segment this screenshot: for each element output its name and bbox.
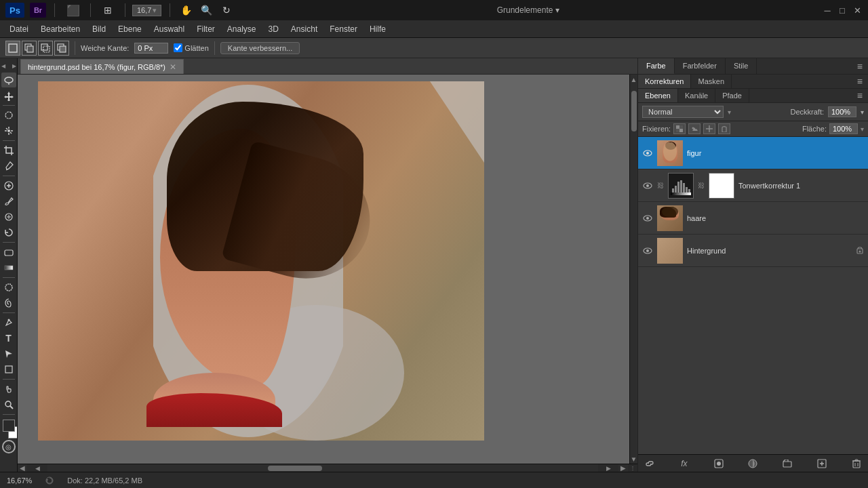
flaeche-input[interactable] xyxy=(829,123,858,134)
delete-layer-btn[interactable] xyxy=(849,457,864,470)
fix-all-btn[interactable] xyxy=(718,123,730,134)
hscroll-nav-right[interactable]: ▶ xyxy=(598,464,618,472)
heal-btn[interactable] xyxy=(1,178,16,193)
eraser-btn[interactable] xyxy=(1,245,16,260)
timeline-btn[interactable]: ⋮ xyxy=(628,464,637,472)
vertical-scrollbar[interactable]: ▲ ▼ xyxy=(629,75,637,464)
magic-wand-btn[interactable] xyxy=(1,123,16,138)
layers-menu-btn[interactable]: ≡ xyxy=(854,89,865,102)
dodge-btn[interactable] xyxy=(1,296,16,310)
crop-btn[interactable] xyxy=(1,143,16,158)
eyedropper-btn[interactable] xyxy=(1,159,16,174)
layer-effects-btn[interactable]: fx xyxy=(677,457,692,470)
text-btn[interactable]: T xyxy=(1,331,16,346)
new-group-btn[interactable] xyxy=(780,457,795,470)
hscroll-left-btn[interactable]: ◀ xyxy=(18,464,27,472)
menu-datei[interactable]: Datei xyxy=(4,22,34,36)
smooth-checkbox[interactable]: Glätten xyxy=(174,43,208,52)
add-mask-btn[interactable] xyxy=(711,457,726,470)
coordinates-display[interactable]: 16,7 ▾ xyxy=(132,5,161,16)
flaeche-arrow[interactable]: ▾ xyxy=(861,125,864,133)
zoom-tool-top[interactable]: 🔍 xyxy=(199,3,214,18)
fix-image-btn[interactable] xyxy=(688,123,701,134)
new-layer-btn[interactable] xyxy=(814,457,829,470)
history-btn[interactable] xyxy=(1,225,16,240)
hscroll-track[interactable] xyxy=(47,464,598,472)
clone-btn[interactable] xyxy=(1,209,16,224)
hscroll-thumb[interactable] xyxy=(268,466,322,471)
menu-ebene[interactable]: Ebene xyxy=(113,22,147,36)
feather-input[interactable] xyxy=(134,43,168,54)
adjustment-layer-btn[interactable] xyxy=(745,457,760,470)
blend-mode-select[interactable]: Normal Multiplizieren Negativ multiplizi… xyxy=(642,106,724,118)
path-selection-btn[interactable] xyxy=(1,346,16,361)
arrange-btn[interactable]: ⊞ xyxy=(98,3,118,18)
fix-transparent-btn[interactable] xyxy=(673,123,686,134)
opacity-input[interactable] xyxy=(828,106,856,117)
minimize-btn[interactable]: ─ xyxy=(822,5,833,16)
screen-mode-btn[interactable]: ⬛ xyxy=(63,3,83,18)
tab-stile[interactable]: Stile xyxy=(726,58,757,74)
tab-pfade[interactable]: Pfade xyxy=(715,89,749,102)
hscroll-right-btn[interactable]: ▶ xyxy=(618,464,628,472)
quick-mask-btn[interactable]: ◎ xyxy=(2,440,16,453)
color-swatches[interactable] xyxy=(3,420,15,432)
blur-btn[interactable] xyxy=(1,280,16,295)
canvas-scroll[interactable] xyxy=(18,75,629,464)
intersect-selection-btn[interactable] xyxy=(54,41,69,56)
bridge-logo[interactable]: Br xyxy=(30,3,46,18)
layer-hintergrund[interactable]: Hintergrund xyxy=(638,235,868,267)
smooth-check[interactable] xyxy=(174,43,182,52)
foreground-color[interactable] xyxy=(3,420,15,432)
opacity-arrow[interactable]: ▾ xyxy=(861,108,864,116)
scroll-track[interactable] xyxy=(630,84,637,454)
blend-dropdown-arrow[interactable]: ▾ xyxy=(728,108,731,116)
layer-figur-visibility[interactable] xyxy=(642,148,653,159)
menu-auswahl[interactable]: Auswahl xyxy=(149,22,190,36)
tab-farbe[interactable]: Farbe xyxy=(638,58,675,74)
zoom-btn[interactable] xyxy=(1,397,16,412)
tab-korrekturen[interactable]: Korrekturen xyxy=(638,75,691,88)
layer-figur[interactable]: figur xyxy=(638,137,868,169)
layer-tonwert-visibility[interactable] xyxy=(642,180,653,191)
polygonal-lasso-btn[interactable] xyxy=(1,108,16,123)
close-btn[interactable]: ✕ xyxy=(852,5,863,16)
add-selection-btn[interactable] xyxy=(22,41,37,56)
lasso-tool-btn[interactable] xyxy=(1,73,16,87)
subtract-selection-btn[interactable] xyxy=(38,41,53,56)
improve-edge-btn[interactable]: Kante verbessern... xyxy=(220,42,300,54)
gradient-btn[interactable] xyxy=(1,260,16,275)
layer-haare-visibility[interactable] xyxy=(642,213,653,224)
hand-btn[interactable] xyxy=(1,382,16,396)
corrections-menu-btn[interactable]: ≡ xyxy=(854,75,865,88)
layer-haare[interactable]: haare xyxy=(638,202,868,235)
tab-masken[interactable]: Masken xyxy=(691,75,732,88)
hscroll-nav-left[interactable]: ◀ xyxy=(27,464,47,472)
scroll-down-btn[interactable]: ▼ xyxy=(630,454,637,464)
shape-btn[interactable] xyxy=(1,362,16,377)
pen-btn[interactable] xyxy=(1,315,16,330)
toolbar-collapse[interactable]: ◀ ▶ xyxy=(1,61,16,70)
link-layers-btn[interactable] xyxy=(642,457,657,470)
menu-3d[interactable]: 3D xyxy=(263,22,284,36)
workspace-selector[interactable]: Grundelemente ▾ xyxy=(234,5,822,15)
tab-kanaele[interactable]: Kanäle xyxy=(678,89,715,102)
menu-hilfe[interactable]: Hilfe xyxy=(364,22,391,36)
brush-btn[interactable] xyxy=(1,194,16,209)
horizontal-scrollbar[interactable]: ◀ ◀ ▶ ▶ ⋮ xyxy=(18,464,637,472)
scroll-thumb[interactable] xyxy=(631,91,637,131)
canvas-tab-main[interactable]: hintergrund.psd bei 16,7% (figur, RGB/8*… xyxy=(20,59,184,74)
menu-bild[interactable]: Bild xyxy=(87,22,111,36)
menu-bearbeiten[interactable]: Bearbeiten xyxy=(35,22,85,36)
menu-analyse[interactable]: Analyse xyxy=(222,22,262,36)
menu-fenster[interactable]: Fenster xyxy=(324,22,363,36)
scroll-up-btn[interactable]: ▲ xyxy=(630,75,637,84)
hand-tool-top[interactable]: ✋ xyxy=(178,3,193,18)
menu-filter[interactable]: Filter xyxy=(191,22,220,36)
new-selection-btn[interactable] xyxy=(5,41,20,56)
layer-tonwert[interactable]: ⛓ xyxy=(638,169,868,202)
rotate-tool-top[interactable]: ↻ xyxy=(219,3,234,18)
fix-position-btn[interactable] xyxy=(703,123,715,134)
tab-ebenen[interactable]: Ebenen xyxy=(638,89,678,102)
maximize-btn[interactable]: □ xyxy=(837,5,848,16)
